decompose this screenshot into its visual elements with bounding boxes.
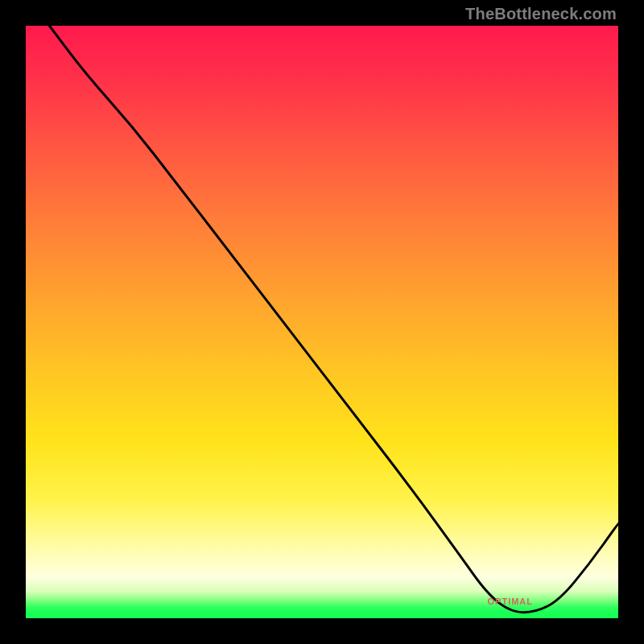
optimal-label: OPTIMAL [488, 597, 534, 606]
attribution-watermark: TheBottleneck.com [465, 5, 617, 23]
chart-frame: OPTIMAL TheBottleneck.com [0, 0, 644, 644]
bottleneck-curve [26, 26, 618, 618]
plot-area: OPTIMAL [26, 26, 618, 618]
